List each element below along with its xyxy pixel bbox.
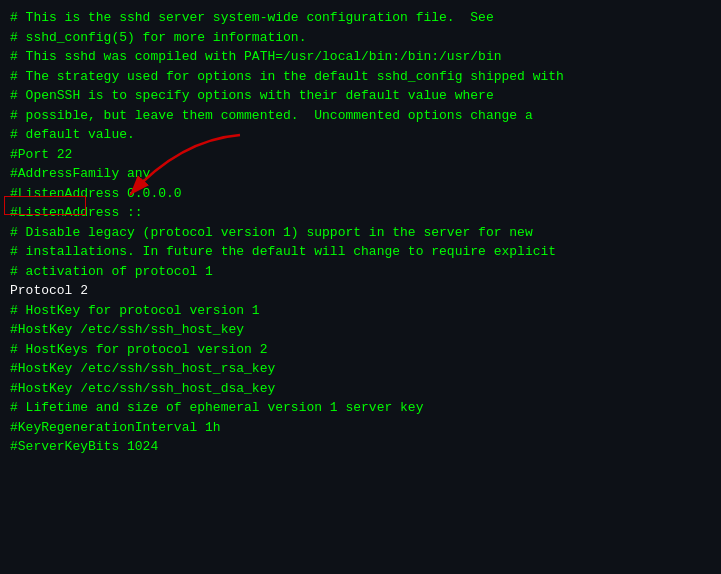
code-line: # The strategy used for options in the d… <box>10 67 711 87</box>
code-line: # default value. <box>10 125 711 145</box>
code-line: #KeyRegenerationInterval 1h <box>10 418 711 438</box>
code-line: # OpenSSH is to specify options with the… <box>10 86 711 106</box>
code-line: #HostKey /etc/ssh/ssh_host_key <box>10 320 711 340</box>
code-line: Protocol 2 <box>10 281 711 301</box>
code-line: # This sshd was compiled with PATH=/usr/… <box>10 47 711 67</box>
code-line: # installations. In future the default w… <box>10 242 711 262</box>
code-line: #ListenAddress :: <box>10 203 711 223</box>
code-line: # Disable legacy (protocol version 1) su… <box>10 223 711 243</box>
code-line: # sshd_config(5) for more information. <box>10 28 711 48</box>
code-line: # possible, but leave them commented. Un… <box>10 106 711 126</box>
code-line: # This is the sshd server system-wide co… <box>10 8 711 28</box>
code-line: #HostKey /etc/ssh/ssh_host_dsa_key <box>10 379 711 399</box>
terminal-window: # This is the sshd server system-wide co… <box>0 0 721 574</box>
code-line: # Lifetime and size of ephemeral version… <box>10 398 711 418</box>
code-line: #HostKey /etc/ssh/ssh_host_rsa_key <box>10 359 711 379</box>
code-line: # HostKey for protocol version 1 <box>10 301 711 321</box>
code-line: #ServerKeyBits 1024 <box>10 437 711 457</box>
code-line: # HostKeys for protocol version 2 <box>10 340 711 360</box>
code-line: # activation of protocol 1 <box>10 262 711 282</box>
code-line: #AddressFamily any <box>10 164 711 184</box>
code-content: # This is the sshd server system-wide co… <box>10 8 711 457</box>
code-line: #Port 22 <box>10 145 711 165</box>
code-line: #ListenAddress 0.0.0.0 <box>10 184 711 204</box>
